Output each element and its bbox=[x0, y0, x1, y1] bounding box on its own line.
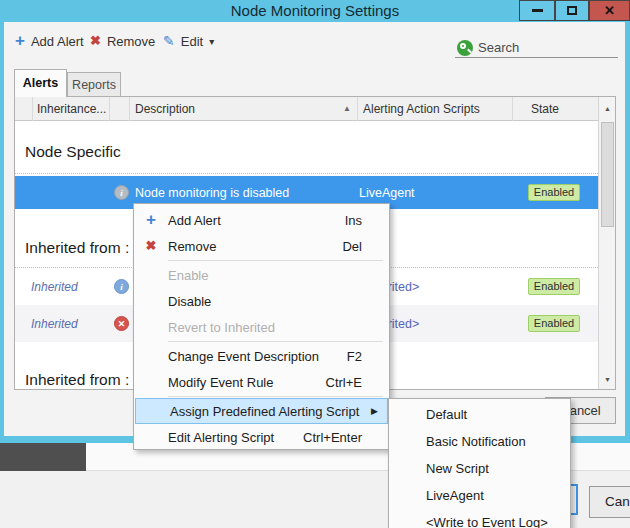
shortcut: F2 bbox=[347, 349, 389, 364]
menu-item-enable: Enable bbox=[134, 262, 389, 288]
remove-icon: ✖ bbox=[90, 33, 101, 49]
submenu-item-write-to-event-log[interactable]: <Write to Event Log> bbox=[389, 509, 570, 528]
submenu-item-default[interactable]: Default bbox=[389, 401, 570, 428]
maximize-icon bbox=[567, 6, 577, 15]
group-inherited-1: Inherited from : I bbox=[25, 239, 138, 257]
search-input[interactable]: Search bbox=[478, 40, 519, 55]
add-alert-button[interactable]: + Add Alert bbox=[15, 31, 84, 51]
info-icon: i bbox=[114, 185, 129, 200]
remove-icon: ✖ bbox=[134, 238, 168, 254]
menu-item-change-event-description[interactable]: Change Event Description F2 bbox=[134, 343, 389, 369]
add-alert-label: Add Alert bbox=[31, 34, 84, 49]
pencil-icon: ✎ bbox=[163, 33, 175, 49]
background-cancel-button[interactable]: Cancel bbox=[589, 486, 630, 518]
scroll-up-icon[interactable]: ▲ bbox=[599, 105, 616, 112]
menu-item-remove[interactable]: ✖ Remove Del bbox=[134, 233, 389, 259]
shortcut: Del bbox=[342, 239, 389, 254]
plus-icon: + bbox=[134, 212, 168, 228]
submenu-item-basic-notification[interactable]: Basic Notification bbox=[389, 428, 570, 455]
submenu-arrow-icon: ▶ bbox=[371, 406, 378, 416]
shortcut: Ctrl+E bbox=[326, 375, 389, 390]
alerting-script-submenu: Default Basic Notification New Script Li… bbox=[388, 398, 571, 528]
menu-item-disable[interactable]: Disable bbox=[134, 288, 389, 314]
col-description[interactable]: Description bbox=[135, 102, 195, 116]
scroll-down-icon[interactable]: ▼ bbox=[599, 376, 616, 383]
taskbar-fragment bbox=[0, 443, 86, 471]
menu-item-add-alert[interactable]: + Add Alert Ins bbox=[134, 207, 389, 233]
context-menu: + Add Alert Ins ✖ Remove Del Enable Disa… bbox=[133, 203, 390, 450]
submenu-item-liveagent[interactable]: LiveAgent bbox=[389, 482, 570, 509]
menu-separator bbox=[168, 396, 383, 397]
scrollbar-thumb[interactable] bbox=[601, 122, 614, 227]
close-button[interactable]: ✕ bbox=[589, 0, 630, 21]
menu-separator bbox=[168, 260, 383, 261]
remove-label: Remove bbox=[107, 34, 155, 49]
shortcut: Ins bbox=[345, 213, 389, 228]
row-script: LiveAgent bbox=[359, 186, 415, 200]
edit-dropdown-button[interactable]: ✎ Edit ▾ bbox=[163, 31, 214, 51]
col-state[interactable]: State bbox=[512, 102, 578, 116]
edit-label: Edit bbox=[181, 34, 203, 49]
vertical-scrollbar[interactable]: ▲ ▼ bbox=[598, 97, 616, 389]
col-inheritance[interactable]: Inheritance... bbox=[37, 102, 106, 116]
maximize-button[interactable] bbox=[555, 0, 589, 21]
menu-item-modify-event-rule[interactable]: Modify Event Rule Ctrl+E bbox=[134, 369, 389, 395]
submenu-item-new-script[interactable]: New Script bbox=[389, 455, 570, 482]
minimize-button[interactable] bbox=[519, 0, 555, 21]
tab-alerts[interactable]: Alerts bbox=[14, 69, 67, 97]
menu-item-edit-alerting-script[interactable]: Edit Alerting Script Ctrl+Enter bbox=[134, 424, 389, 450]
search-underline bbox=[455, 57, 618, 58]
col-alerting-scripts[interactable]: Alerting Action Scripts bbox=[363, 102, 480, 116]
close-icon: ✕ bbox=[604, 3, 615, 18]
error-icon: ✕ bbox=[114, 316, 129, 331]
inheritance-label: Inherited bbox=[31, 280, 78, 294]
table-header: Inheritance... Description ▲ Alerting Ac… bbox=[15, 97, 598, 121]
status-badge: Enabled bbox=[528, 278, 580, 295]
tab-reports[interactable]: Reports bbox=[67, 72, 121, 97]
sort-asc-icon: ▲ bbox=[343, 104, 351, 113]
plus-icon: + bbox=[15, 33, 25, 49]
chevron-down-icon: ▾ bbox=[209, 36, 214, 47]
menu-item-revert-to-inherited: Revert to Inherited bbox=[134, 314, 389, 340]
inheritance-label: Inherited bbox=[31, 317, 78, 331]
menu-separator bbox=[168, 341, 383, 342]
status-badge: Enabled bbox=[528, 184, 580, 201]
search-icon bbox=[457, 40, 473, 56]
remove-button[interactable]: ✖ Remove bbox=[90, 31, 155, 51]
info-icon: i bbox=[114, 279, 129, 294]
group-inherited-2: Inherited from : S bbox=[25, 371, 144, 389]
status-badge: Enabled bbox=[528, 315, 580, 332]
minimize-icon bbox=[532, 9, 543, 12]
row-description: Node monitoring is disabled bbox=[135, 186, 289, 200]
shortcut: Ctrl+Enter bbox=[303, 430, 389, 445]
group-node-specific: Node Specific bbox=[25, 143, 121, 161]
menu-item-assign-predefined-alerting-script[interactable]: Assign Predefined Alerting Script ▶ bbox=[135, 398, 388, 424]
